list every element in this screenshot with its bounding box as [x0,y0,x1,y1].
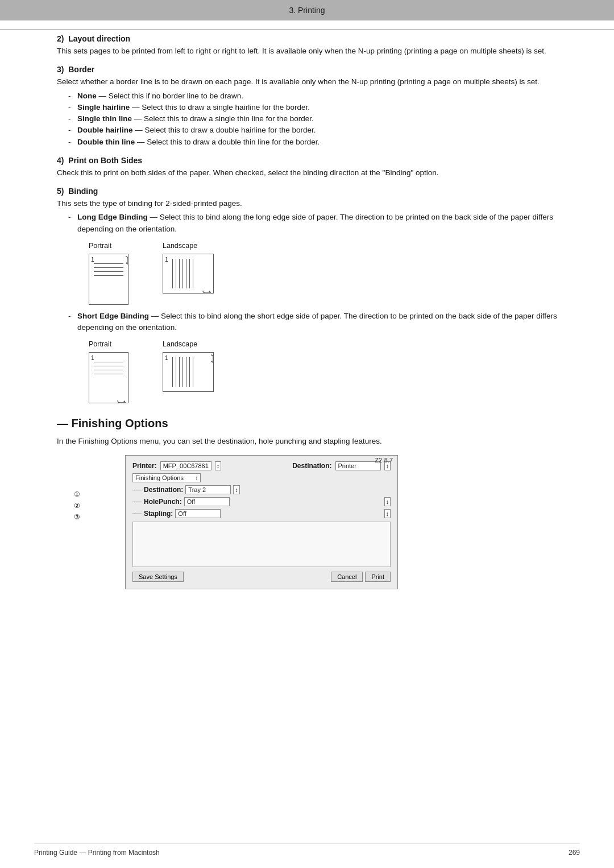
holepunch-value: Off [184,497,230,506]
circle-3-outside: ③ [74,513,80,521]
holepunch-row: HolePunch: Off ↕ [132,497,391,506]
se-diag-line-3 [94,370,123,370]
print-button[interactable]: Print [365,572,391,582]
section-4-number: 4) [57,156,64,165]
destination-value: Printer [335,461,381,470]
page-number: 269 [569,849,580,857]
se-vert-line-6 [189,357,190,387]
vert-line-5 [186,259,186,288]
page-footer: Printing Guide — Printing from Macintosh… [34,844,580,857]
finishing-options-menu-label: Finishing Options [135,474,184,481]
diag-line-4 [94,275,123,276]
long-edge-landscape-arrow-icon [201,280,213,293]
header-title: 3. Printing [289,6,325,15]
stapling-label: Stapling: [144,510,173,518]
header-bar: 3. Printing [0,0,614,20]
border-option-dh-term: Double hairline [77,126,133,134]
long-edge-portrait-arrow-icon [115,254,128,267]
short-edge-diagrams: Portrait 1 [89,339,569,403]
finishing-options-section: — Finishing Options In the Finishing Opt… [57,417,569,589]
stapling-row: Stapling: Off ↕ [132,509,391,518]
finishing-menu-arrow-icon: ↕ [196,475,198,481]
destination-item-select[interactable]: ↕ [233,485,240,494]
section-5-number: 5) [57,187,64,196]
connector-line-3 [132,514,142,514]
se-diag-line-1 [94,362,123,362]
border-option-st-rest: — Select this to draw a single thin line… [132,114,314,123]
long-edge-portrait-label: Portrait [89,241,111,251]
border-option-st-term: Single thin line [77,114,132,123]
se-diag-line-2 [94,366,123,366]
section-5-title: 5) Binding [57,187,569,196]
long-edge-portrait-number: 1 [91,255,94,264]
diag-line-2 [94,267,123,268]
short-edge-portrait-arrow-icon [115,390,128,403]
long-edge-landscape-label: Landscape [163,241,197,251]
se-vert-line-4 [182,357,183,387]
border-option-double-hairline: Double hairline — Select this to draw a … [68,125,569,136]
long-edge-portrait: Portrait 1 [89,241,128,305]
vert-line-3 [179,259,180,288]
finishing-menu-row: Finishing Options ↕ [132,473,391,482]
section-print-both-sides: 4) Print on Both Sides Check this to pri… [57,156,569,179]
long-edge-term: Long Edge Binding [77,213,148,221]
section-binding: 5) Binding This sets the type of binding… [57,187,569,403]
dialog-area: ① ② ③ Z2-8.7 Printer: MFP_00C67861 ↕ Des… [91,455,569,589]
vert-line-6 [189,259,190,288]
short-edge-portrait-diagram: 1 [89,352,128,403]
finishing-dialog: Z2-8.7 Printer: MFP_00C67861 ↕ Destinati… [125,455,398,589]
short-edge-landscape-diagram: 1 [163,352,214,392]
destination-item-value: Tray 2 [185,485,231,494]
border-option-sh-term: Single hairline [77,103,130,111]
section-2-number: 2) [57,34,64,43]
section-4-heading: Print on Both Sides [68,156,142,165]
finishing-options-title: — Finishing Options [57,417,569,430]
cancel-button[interactable]: Cancel [331,572,363,582]
border-option-none-term: None [77,92,97,100]
holepunch-select[interactable]: ↕ [384,497,391,506]
section-2-heading: Layout direction [68,34,130,43]
section-3-heading: Border [68,65,94,74]
diag-line-3 [94,271,123,272]
short-edge-binding-item: Short Edge Binding — Select this to bind… [68,311,569,403]
cancel-print-group: Cancel Print [331,572,391,582]
section-border: 3) Border Select whether a border line i… [57,65,569,148]
vert-line-2 [176,259,176,288]
short-edge-portrait-lines [94,362,123,374]
top-rule [0,30,614,30]
section-4-body: Check this to print on both sides of the… [57,167,569,179]
se-vert-line-3 [179,357,180,387]
section-4-title: 4) Print on Both Sides [57,156,569,165]
vert-line-7 [193,259,193,288]
border-option-single-hairline: Single hairline — Select this to draw a … [68,102,569,113]
main-content: 2) Layout direction This sets pages to b… [57,34,569,597]
circle-1-outside: ① [74,490,80,498]
connector-line-1 [132,490,142,490]
long-edge-landscape: Landscape 1 [163,241,214,294]
finishing-options-menu[interactable]: Finishing Options ↕ [132,473,201,482]
finishing-options-body: In the Finishing Options menu, you can s… [57,436,569,447]
section-layout-direction: 2) Layout direction This sets pages to b… [57,34,569,57]
border-option-dh-rest: — Select this to draw a double hairline … [133,126,316,134]
short-edge-landscape-label: Landscape [163,339,197,350]
short-edge-rest: — Select this to bind along the short ed… [77,312,557,332]
long-edge-diagrams: Portrait 1 [89,241,569,305]
short-edge-landscape-arrow-icon [201,353,213,365]
section-2-title: 2) Layout direction [57,34,569,43]
printer-select[interactable]: ↕ [215,461,222,470]
destination-item-label: Destination: [144,486,183,494]
border-option-dt-rest: — Select this to draw a double thin line… [135,138,320,146]
printer-value: MFP_00C67861 [160,461,211,470]
holepunch-label: HolePunch: [144,498,182,506]
border-option-dt-term: Double thin line [77,138,135,146]
border-options-list: None — Select this if no border line to … [68,90,569,148]
short-edge-portrait-number: 1 [91,354,94,362]
binding-options-list: Long Edge Binding — Select this to bind … [68,212,569,403]
save-settings-button[interactable]: Save Settings [132,572,184,582]
destination-row: Destination: Tray 2 ↕ [132,485,391,494]
printer-label: Printer: [132,462,157,470]
stapling-value: Off [175,509,221,518]
stapling-select[interactable]: ↕ [384,509,391,518]
printer-row: Printer: MFP_00C67861 ↕ Destination: Pri… [132,461,391,470]
border-option-none: None — Select this if no border line to … [68,90,569,102]
